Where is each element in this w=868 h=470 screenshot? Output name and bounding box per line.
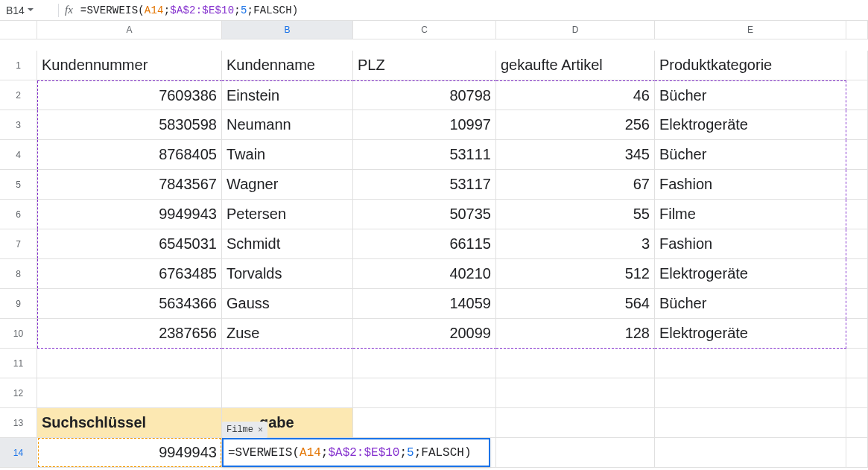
cell-D10[interactable]: 128 <box>496 319 655 349</box>
cell-B4[interactable]: Twain <box>222 140 353 170</box>
cell-E3[interactable]: Elektrogeräte <box>655 110 846 140</box>
cell-F11[interactable] <box>846 349 868 378</box>
cell-editor[interactable]: =SVERWEIS(A14;$A$2:$E$10;5;FALSCH) <box>222 438 490 467</box>
spreadsheet-grid[interactable]: A B C D E 1 Kundennummer Kundenname PLZ … <box>0 21 868 468</box>
cell-F10[interactable] <box>846 319 868 349</box>
cell-D1[interactable]: gekaufte Artikel <box>496 51 655 80</box>
formula-input[interactable]: =SVERWEIS(A14;$A$2:$E$10;5;FALSCH) <box>80 4 299 16</box>
col-header-C[interactable]: C <box>353 21 496 39</box>
cell-C4[interactable]: 53111 <box>353 140 496 170</box>
row-header-10[interactable]: 10 <box>0 319 37 349</box>
cell-D8[interactable]: 512 <box>496 259 655 289</box>
cell-D11[interactable] <box>496 349 655 378</box>
cell-A4[interactable]: 8768405 <box>37 140 222 170</box>
cell-E10[interactable]: Elektrogeräte <box>655 319 846 349</box>
cell-F14[interactable] <box>846 438 868 468</box>
cell-E14[interactable] <box>655 438 846 468</box>
cell-D2[interactable]: 46 <box>496 80 655 110</box>
cell-C7[interactable]: 66115 <box>353 229 496 259</box>
cell-F1[interactable] <box>846 51 868 80</box>
cell-F6[interactable] <box>846 200 868 229</box>
cell-A3[interactable]: 5830598 <box>37 110 222 140</box>
close-icon[interactable]: × <box>258 425 263 435</box>
name-box[interactable]: B14 <box>1 4 52 16</box>
col-header-F[interactable] <box>846 21 868 39</box>
cell-F2[interactable] <box>846 80 868 110</box>
row-header-12[interactable]: 12 <box>0 378 37 408</box>
cell-E13[interactable] <box>655 408 846 438</box>
row-header-3[interactable]: 3 <box>0 110 37 140</box>
cell-C12[interactable] <box>353 378 496 408</box>
cell-A1[interactable]: Kundennummer <box>37 51 222 80</box>
cell-F12[interactable] <box>846 378 868 408</box>
row-header-9[interactable]: 9 <box>0 289 37 319</box>
cell-D13[interactable] <box>496 408 655 438</box>
cell-F13[interactable] <box>846 408 868 438</box>
cell-B3[interactable]: Neumann <box>222 110 353 140</box>
cell-A13[interactable]: Suchschlüssel <box>37 408 222 438</box>
cell-E11[interactable] <box>655 349 846 378</box>
cell-A2[interactable]: 7609386 <box>37 80 222 110</box>
cell-F3[interactable] <box>846 110 868 140</box>
cell-D3[interactable]: 256 <box>496 110 655 140</box>
col-header-D[interactable]: D <box>496 21 655 39</box>
cell-B9[interactable]: Gauss <box>222 289 353 319</box>
cell-B8[interactable]: Torvalds <box>222 259 353 289</box>
cell-E1[interactable]: Produktkategorie <box>655 51 846 80</box>
row-header-1[interactable]: 1 <box>0 51 37 80</box>
cell-A14[interactable]: 9949943 <box>37 438 222 468</box>
select-all-corner[interactable] <box>0 21 37 39</box>
cell-E7[interactable]: Fashion <box>655 229 846 259</box>
cell-D12[interactable] <box>496 378 655 408</box>
cell-A6[interactable]: 9949943 <box>37 200 222 229</box>
cell-E5[interactable]: Fashion <box>655 170 846 200</box>
col-header-E[interactable]: E <box>655 21 846 39</box>
cell-B7[interactable]: Schmidt <box>222 229 353 259</box>
cell-C8[interactable]: 40210 <box>353 259 496 289</box>
row-header-13[interactable]: 13 <box>0 408 37 438</box>
cell-C10[interactable]: 20099 <box>353 319 496 349</box>
cell-E9[interactable]: Bücher <box>655 289 846 319</box>
cell-D9[interactable]: 564 <box>496 289 655 319</box>
cell-F4[interactable] <box>846 140 868 170</box>
row-header-8[interactable]: 8 <box>0 259 37 289</box>
cell-D6[interactable]: 55 <box>496 200 655 229</box>
cell-C1[interactable]: PLZ <box>353 51 496 80</box>
cell-A5[interactable]: 7843567 <box>37 170 222 200</box>
cell-C5[interactable]: 53117 <box>353 170 496 200</box>
cell-D14[interactable] <box>496 438 655 468</box>
cell-A11[interactable] <box>37 349 222 378</box>
cell-C13[interactable] <box>353 408 496 438</box>
cell-D7[interactable]: 3 <box>496 229 655 259</box>
row-header-14[interactable]: 14 <box>0 438 37 468</box>
cell-C9[interactable]: 14059 <box>353 289 496 319</box>
cell-F9[interactable] <box>846 289 868 319</box>
cell-F7[interactable] <box>846 229 868 259</box>
cell-A12[interactable] <box>37 378 222 408</box>
cell-B5[interactable]: Wagner <box>222 170 353 200</box>
cell-B1[interactable]: Kundenname <box>222 51 353 80</box>
cell-A8[interactable]: 6763485 <box>37 259 222 289</box>
cell-D4[interactable]: 345 <box>496 140 655 170</box>
row-header-5[interactable]: 5 <box>0 170 37 200</box>
row-header-6[interactable]: 6 <box>0 200 37 229</box>
cell-B11[interactable] <box>222 349 353 378</box>
cell-E12[interactable] <box>655 378 846 408</box>
cell-D5[interactable]: 67 <box>496 170 655 200</box>
cell-B14[interactable]: Filme × =SVERWEIS(A14;$A$2:$E$10;5;FALSC… <box>222 438 353 468</box>
cell-B12[interactable] <box>222 378 353 408</box>
row-header-4[interactable]: 4 <box>0 140 37 170</box>
row-header-11[interactable]: 11 <box>0 349 37 378</box>
cell-C2[interactable]: 80798 <box>353 80 496 110</box>
cell-A7[interactable]: 6545031 <box>37 229 222 259</box>
cell-E6[interactable]: Filme <box>655 200 846 229</box>
cell-C11[interactable] <box>353 349 496 378</box>
col-header-A[interactable]: A <box>37 21 222 39</box>
cell-F5[interactable] <box>846 170 868 200</box>
cell-A9[interactable]: 5634366 <box>37 289 222 319</box>
cell-A10[interactable]: 2387656 <box>37 319 222 349</box>
row-header-2[interactable]: 2 <box>0 80 37 110</box>
cell-B6[interactable]: Petersen <box>222 200 353 229</box>
cell-B2[interactable]: Einstein <box>222 80 353 110</box>
cell-C6[interactable]: 50735 <box>353 200 496 229</box>
